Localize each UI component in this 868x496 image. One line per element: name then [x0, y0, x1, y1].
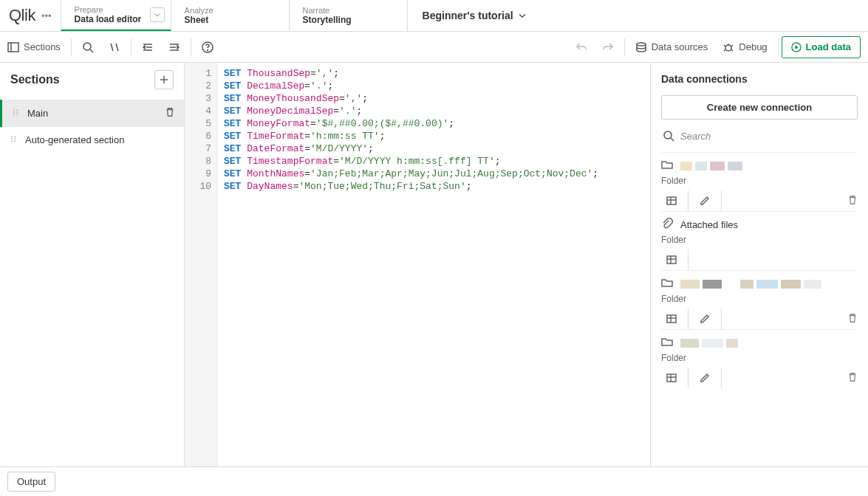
toolbar: Sections Data sources Debug Load data [0, 32, 868, 63]
connection-name: Attached files [680, 219, 738, 230]
edit-connection-button[interactable] [694, 190, 715, 211]
main-content: Sections MainAuto-generated section 1234… [0, 63, 868, 466]
svg-point-36 [664, 131, 671, 139]
select-data-button[interactable] [661, 249, 682, 270]
logo-area: Qlik ••• [0, 0, 61, 31]
svg-point-32 [11, 138, 13, 140]
svg-point-2 [83, 43, 91, 50]
drag-handle-icon[interactable] [9, 134, 18, 145]
output-button[interactable]: Output [7, 472, 55, 492]
connection-type: Folder [661, 294, 858, 304]
svg-rect-0 [8, 43, 18, 52]
outdent-icon [168, 41, 180, 53]
connections-panel: Data connections Create new connection S… [650, 63, 868, 466]
drag-handle-icon[interactable] [11, 108, 20, 119]
plus-icon [159, 75, 169, 85]
comment-icon [109, 41, 120, 53]
svg-point-35 [15, 140, 16, 142]
svg-line-19 [724, 49, 725, 51]
sections-header: Sections [0, 63, 184, 100]
search-icon [663, 130, 674, 142]
section-item-main[interactable]: Main [0, 100, 184, 127]
svg-line-4 [111, 44, 113, 51]
app-name[interactable]: Beginner's tutorial [408, 0, 541, 31]
indent-icon [142, 41, 154, 53]
svg-point-33 [15, 138, 16, 140]
section-list: MainAuto-generated section [0, 100, 184, 153]
logo: Qlik [9, 6, 35, 25]
search-button[interactable] [75, 32, 101, 63]
panel-icon [7, 41, 19, 53]
bug-icon [722, 41, 734, 53]
svg-rect-47 [667, 374, 676, 382]
sections-title: Sections [10, 73, 60, 86]
connection-search[interactable]: Search [661, 125, 858, 146]
svg-point-34 [11, 140, 13, 142]
connection-type: Folder [661, 176, 858, 186]
help-button[interactable] [194, 32, 221, 63]
svg-point-14 [637, 43, 646, 46]
undo-button[interactable] [568, 32, 595, 63]
nav-tab-sheet[interactable]: AnalyzeSheet [171, 0, 290, 31]
connections-title: Data connections [661, 73, 858, 85]
svg-point-31 [15, 136, 16, 137]
top-nav: Qlik ••• PrepareData load editorAnalyzeS… [0, 0, 868, 32]
svg-rect-38 [667, 197, 676, 204]
svg-point-27 [17, 111, 18, 113]
add-section-button[interactable] [154, 70, 174, 89]
data-sources-button[interactable]: Data sources [628, 32, 716, 63]
svg-line-5 [116, 44, 118, 51]
nav-tab-storytelling[interactable]: NarrateStorytelling [290, 0, 408, 31]
connection-type: Folder [661, 353, 858, 363]
svg-point-30 [11, 136, 13, 137]
create-connection-button[interactable]: Create new connection [661, 95, 858, 120]
svg-point-15 [725, 45, 731, 51]
more-icon[interactable]: ••• [41, 10, 52, 21]
connection-name-redacted [680, 280, 821, 289]
svg-point-29 [17, 114, 18, 115]
sections-panel: Sections MainAuto-generated section [0, 63, 185, 466]
chevron-down-icon[interactable] [150, 7, 165, 22]
connection-item: Attached filesFolder [661, 211, 858, 270]
redo-icon [602, 41, 614, 53]
attachment-icon [661, 218, 673, 232]
svg-point-13 [207, 49, 208, 50]
search-icon [82, 41, 94, 53]
outdent-button[interactable] [161, 32, 188, 63]
edit-connection-button[interactable] [694, 309, 715, 329]
svg-line-37 [671, 138, 674, 141]
indent-button[interactable] [134, 32, 161, 63]
connection-type: Folder [661, 235, 858, 245]
nav-tab-data-load-editor[interactable]: PrepareData load editor [61, 0, 171, 31]
connection-name-redacted [680, 162, 742, 170]
svg-rect-44 [667, 315, 676, 323]
help-icon [202, 41, 213, 53]
play-icon [791, 42, 802, 52]
code-content[interactable]: SET ThousandSep=',';SET DecimalSep='.';S… [218, 63, 604, 466]
chevron-down-icon [518, 11, 527, 20]
delete-connection-button[interactable] [847, 195, 858, 207]
select-data-button[interactable] [661, 309, 682, 329]
code-editor[interactable]: 12345678910 SET ThousandSep=',';SET Deci… [185, 63, 650, 466]
select-data-button[interactable] [661, 190, 682, 211]
connection-item: Folder [661, 329, 858, 388]
select-data-button[interactable] [661, 368, 682, 388]
nav-tabs: PrepareData load editorAnalyzeSheetNarra… [61, 0, 408, 31]
folder-icon [661, 336, 673, 350]
database-icon [635, 41, 647, 53]
section-item-auto-generated-section[interactable]: Auto-generated section [0, 127, 184, 153]
edit-connection-button[interactable] [694, 368, 715, 388]
svg-rect-41 [667, 256, 676, 264]
debug-button[interactable]: Debug [715, 32, 774, 63]
delete-section-icon[interactable] [165, 107, 175, 120]
connection-list: FolderAttached filesFolderFolderFolder [661, 152, 858, 388]
toggle-sections-button[interactable]: Sections [0, 32, 68, 63]
comment-button[interactable] [101, 32, 128, 63]
delete-connection-button[interactable] [847, 313, 858, 326]
redo-button[interactable] [595, 32, 621, 63]
load-data-button[interactable]: Load data [782, 36, 861, 58]
svg-point-28 [13, 114, 15, 115]
connection-name-redacted [680, 339, 738, 348]
delete-connection-button[interactable] [847, 372, 858, 385]
folder-icon [661, 277, 673, 291]
